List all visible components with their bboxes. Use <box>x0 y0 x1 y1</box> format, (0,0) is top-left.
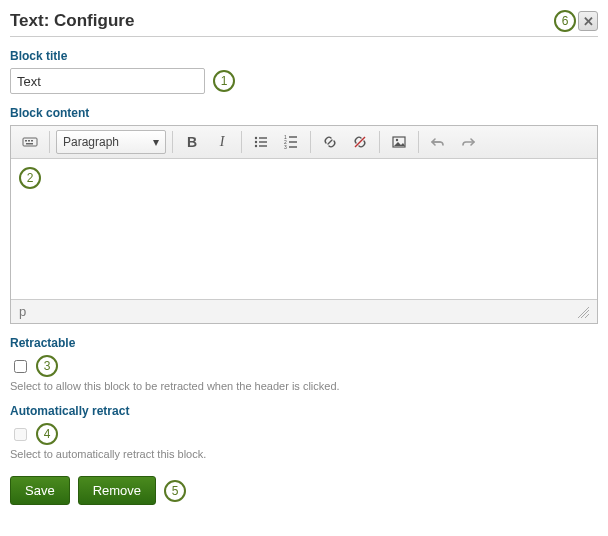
annotation-marker-5: 5 <box>164 480 186 502</box>
svg-rect-12 <box>289 136 297 137</box>
separator <box>379 131 380 153</box>
link-button[interactable] <box>317 130 343 154</box>
editor-path: p <box>19 304 26 319</box>
bullet-list-button[interactable] <box>248 130 274 154</box>
image-icon <box>391 134 407 150</box>
svg-rect-14 <box>289 141 297 142</box>
numbered-list-icon: 123 <box>283 134 299 150</box>
auto-retract-label: Automatically retract <box>10 404 598 418</box>
svg-rect-16 <box>289 146 297 147</box>
editor-statusbar: p <box>11 299 597 323</box>
undo-button[interactable] <box>425 130 451 154</box>
keyboard-icon <box>22 134 38 150</box>
chevron-down-icon: ▾ <box>153 135 159 149</box>
undo-icon <box>430 134 446 150</box>
annotation-marker-2: 2 <box>19 167 41 189</box>
separator <box>49 131 50 153</box>
close-button[interactable]: ✕ <box>578 11 598 31</box>
retractable-checkbox[interactable] <box>14 360 27 373</box>
svg-rect-3 <box>31 140 33 142</box>
retractable-help: Select to allow this block to be retract… <box>10 380 598 392</box>
image-button[interactable] <box>386 130 412 154</box>
retractable-label: Retractable <box>10 336 598 350</box>
unlink-icon <box>352 134 368 150</box>
redo-icon <box>460 134 476 150</box>
format-select[interactable]: Paragraph ▾ <box>56 130 166 154</box>
svg-rect-4 <box>26 143 33 145</box>
remove-button[interactable]: Remove <box>78 476 156 505</box>
svg-text:3: 3 <box>284 144 287 150</box>
svg-point-5 <box>255 137 257 139</box>
svg-point-19 <box>396 139 398 141</box>
rich-text-editor: Paragraph ▾ B I 123 2 <box>10 125 598 324</box>
svg-rect-2 <box>28 140 30 142</box>
dialog-title: Text: Configure <box>10 11 134 31</box>
block-content-label: Block content <box>10 106 598 120</box>
svg-rect-8 <box>259 141 267 142</box>
close-group: 6 ✕ <box>554 10 598 32</box>
svg-rect-0 <box>23 138 37 146</box>
resize-handle[interactable] <box>577 306 589 318</box>
dialog-header: Text: Configure 6 ✕ <box>10 10 598 37</box>
italic-button[interactable]: I <box>209 130 235 154</box>
bold-icon: B <box>187 134 197 150</box>
format-select-value: Paragraph <box>63 135 119 149</box>
annotation-marker-4: 4 <box>36 423 58 445</box>
unlink-button[interactable] <box>347 130 373 154</box>
button-row: Save Remove 5 <box>10 476 598 505</box>
separator <box>310 131 311 153</box>
svg-point-9 <box>255 145 257 147</box>
svg-point-7 <box>255 141 257 143</box>
bullet-list-icon <box>253 134 269 150</box>
toggle-toolbar-button[interactable] <box>17 130 43 154</box>
close-icon: ✕ <box>583 14 594 29</box>
annotation-marker-3: 3 <box>36 355 58 377</box>
block-title-input[interactable] <box>10 68 205 94</box>
bold-button[interactable]: B <box>179 130 205 154</box>
editor-content-area[interactable]: 2 <box>11 159 597 299</box>
link-icon <box>322 134 338 150</box>
auto-retract-checkbox[interactable] <box>14 428 27 441</box>
svg-rect-1 <box>25 140 27 142</box>
numbered-list-button[interactable]: 123 <box>278 130 304 154</box>
separator <box>172 131 173 153</box>
block-title-label: Block title <box>10 49 598 63</box>
annotation-marker-6: 6 <box>554 10 576 32</box>
italic-icon: I <box>220 134 225 150</box>
save-button[interactable]: Save <box>10 476 70 505</box>
separator <box>418 131 419 153</box>
svg-rect-10 <box>259 145 267 146</box>
svg-rect-6 <box>259 137 267 138</box>
editor-toolbar: Paragraph ▾ B I 123 <box>11 126 597 159</box>
redo-button[interactable] <box>455 130 481 154</box>
annotation-marker-1: 1 <box>213 70 235 92</box>
auto-retract-help: Select to automatically retract this blo… <box>10 448 598 460</box>
separator <box>241 131 242 153</box>
